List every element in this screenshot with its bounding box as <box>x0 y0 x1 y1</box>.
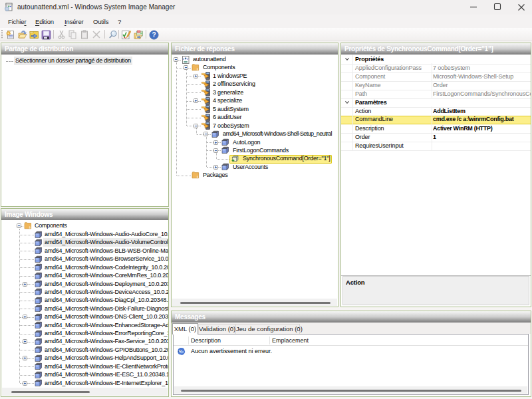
svg-text:?: ? <box>152 31 156 39</box>
